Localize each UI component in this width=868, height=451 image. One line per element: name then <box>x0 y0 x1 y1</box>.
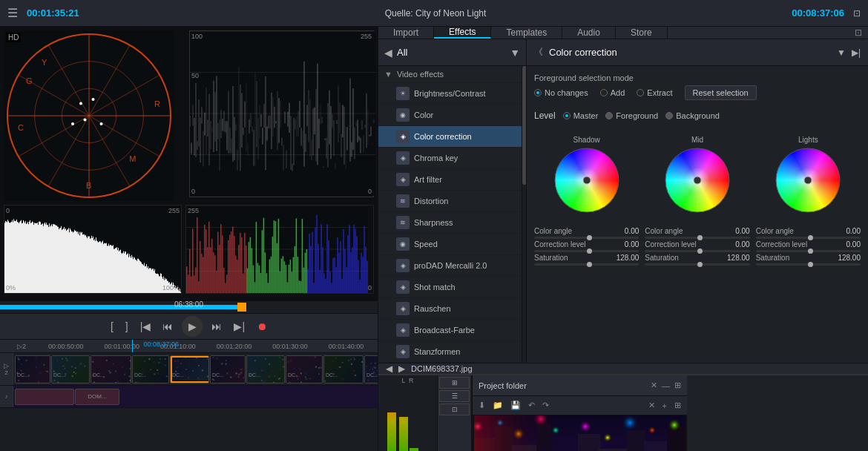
radio-master[interactable] <box>563 112 571 119</box>
radio-foreground[interactable] <box>605 112 613 119</box>
effect-sharpness[interactable]: ≋ Sharpness <box>378 212 522 234</box>
shadow-saturation-slider[interactable] <box>534 263 639 266</box>
radio-background[interactable] <box>665 112 673 119</box>
pf-grid-button[interactable]: ⊞ <box>672 401 683 410</box>
prev-clip-button[interactable]: ⏮ <box>160 319 176 334</box>
shadow-angle-slider[interactable] <box>534 237 639 239</box>
next-clip-button[interactable]: ⏭ <box>208 319 225 334</box>
video-clip-3[interactable] <box>91 355 131 383</box>
lights-saturation-value: 128.00 <box>838 254 861 262</box>
lights-correction-slider[interactable] <box>756 250 861 252</box>
video-clip-7[interactable] <box>246 355 285 383</box>
effect-shot-match[interactable]: ◈ Shot match <box>378 277 522 298</box>
background-label: Background <box>676 111 720 120</box>
video-clip-9[interactable] <box>323 355 364 383</box>
effect-distortion[interactable]: ≋ Distortion <box>378 191 522 212</box>
mark-in-button[interactable]: [ <box>108 319 116 334</box>
radio-add[interactable]: Add <box>600 88 625 97</box>
audio-clip-2[interactable]: DOM... <box>75 389 119 405</box>
video-clip-1[interactable] <box>15 355 50 383</box>
video-clip-5[interactable] <box>170 355 209 383</box>
track-controls: ⊞ ☰ ⊡ <box>438 375 472 451</box>
pf-add-button[interactable]: + <box>660 401 669 410</box>
pf-close-icon[interactable]: ✕ <box>651 381 657 390</box>
bottom-nav-prev[interactable]: ◀ <box>386 363 392 374</box>
scrubber-handle[interactable] <box>237 303 246 312</box>
track-grid-button[interactable]: ⊞ <box>439 377 470 389</box>
lights-angle-row: Color angle 0.00 <box>756 227 861 235</box>
pf-redo-button[interactable]: ↷ <box>540 401 551 410</box>
radio-extract-btn[interactable] <box>637 89 644 96</box>
effect-color[interactable]: ◉ Color <box>378 105 522 126</box>
effect-brightness-contrast[interactable]: ☀ Brightness/Contrast <box>378 83 522 105</box>
pf-expand-icon[interactable]: ⊞ <box>674 381 681 390</box>
radio-no-changes-btn[interactable] <box>534 89 542 96</box>
radio-add-btn[interactable] <box>600 89 608 96</box>
timeline-scrubber[interactable]: 06:38:00 <box>0 301 378 313</box>
tab-effects[interactable]: Effects <box>434 27 491 39</box>
pf-undo-button[interactable]: ↶ <box>526 401 537 410</box>
expand-icon[interactable]: ⊡ <box>853 8 861 19</box>
video-clip-10[interactable] <box>364 355 378 383</box>
back-button[interactable]: ◀ <box>384 47 392 59</box>
mid-correction-slider[interactable] <box>645 250 749 252</box>
mid-saturation-slider[interactable] <box>645 263 749 266</box>
pf-x-button[interactable]: ✕ <box>646 401 657 410</box>
track-storyboard-button[interactable]: ⊡ <box>439 404 470 415</box>
bottom-nav-next[interactable]: ▶ <box>398 363 405 374</box>
shadow-correction-slider[interactable] <box>534 250 639 252</box>
level-foreground[interactable]: Foreground <box>605 111 658 120</box>
video-clip-8[interactable] <box>286 355 323 383</box>
play-button[interactable]: ▶ <box>182 316 203 337</box>
prev-frame-button[interactable]: |◀ <box>137 319 154 334</box>
effect-art-filter[interactable]: ◈ Art filter <box>378 169 522 191</box>
effect-broadcast-farbe[interactable]: ◈ Broadcast-Farbe <box>378 320 522 341</box>
effect-prodad[interactable]: ◈ proDAD Mercalli 2.0 <box>378 255 522 277</box>
pf-download-button[interactable]: ⬇ <box>476 401 487 410</box>
pf-save-button[interactable]: 💾 <box>508 401 523 410</box>
reset-selection-button[interactable]: Reset selection <box>685 85 757 100</box>
shadow-angle-value: 0.00 <box>625 227 639 235</box>
cc-back-button[interactable]: 《 <box>534 46 543 59</box>
scrubber-time: 06:38:00 <box>174 300 203 309</box>
next-frame-button[interactable]: ▶| <box>231 319 248 334</box>
effect-stanzformen[interactable]: ◈ Stanzformen <box>378 341 522 363</box>
effect-chroma-key[interactable]: ◈ Chroma key <box>378 148 522 169</box>
lights-angle-slider[interactable] <box>756 237 861 239</box>
effect-color-correction[interactable]: ◈ Color correction <box>378 126 522 148</box>
lights-correction-row: Correction level 0.00 <box>756 240 861 248</box>
lights-wheel-canvas[interactable] <box>775 147 841 214</box>
effect-rauschen[interactable]: ◈ Rauschen <box>378 298 522 320</box>
lights-saturation-slider[interactable] <box>756 263 861 266</box>
pf-minimize-icon[interactable]: — <box>662 381 670 390</box>
tab-templates[interactable]: Templates <box>491 27 562 39</box>
thumbnail-canvas <box>474 415 685 451</box>
effect-label: Color correction <box>414 132 472 141</box>
pf-folder-button[interactable]: 📁 <box>490 401 505 410</box>
menu-icon[interactable]: ☰ <box>7 6 18 20</box>
mid-angle-slider[interactable] <box>645 237 749 239</box>
video-clip-2[interactable] <box>51 355 90 383</box>
tab-audio[interactable]: Audio <box>562 27 616 39</box>
record-button[interactable]: ⏺ <box>254 319 270 334</box>
effects-scrollbar[interactable] <box>522 66 526 363</box>
video-clip-6[interactable] <box>210 355 246 383</box>
track-list-button[interactable]: ☰ <box>439 390 470 402</box>
radio-no-changes[interactable]: No changes <box>534 88 588 97</box>
dropdown-arrow[interactable]: ▼ <box>510 47 520 59</box>
mark-out-button[interactable]: ] <box>122 319 131 334</box>
cc-arrow-button[interactable]: ▶| <box>852 47 861 58</box>
effects-category-video[interactable]: ▼ Video effects <box>378 66 522 83</box>
audio-clip-1[interactable] <box>15 389 74 405</box>
level-background[interactable]: Background <box>665 111 720 120</box>
tab-import[interactable]: Import <box>378 27 434 39</box>
mid-wheel-canvas[interactable] <box>664 147 731 214</box>
lights-angle-label: Color angle <box>756 227 794 235</box>
level-master[interactable]: Master <box>563 111 599 120</box>
video-clip-4[interactable] <box>132 355 169 383</box>
tab-expand-icon[interactable]: ⊡ <box>849 27 868 39</box>
tab-store[interactable]: Store <box>616 27 668 39</box>
effect-speed[interactable]: ◉ Speed <box>378 234 522 255</box>
shadow-wheel-canvas[interactable] <box>553 147 620 214</box>
cc-menu-button[interactable]: ▼ <box>837 47 846 58</box>
